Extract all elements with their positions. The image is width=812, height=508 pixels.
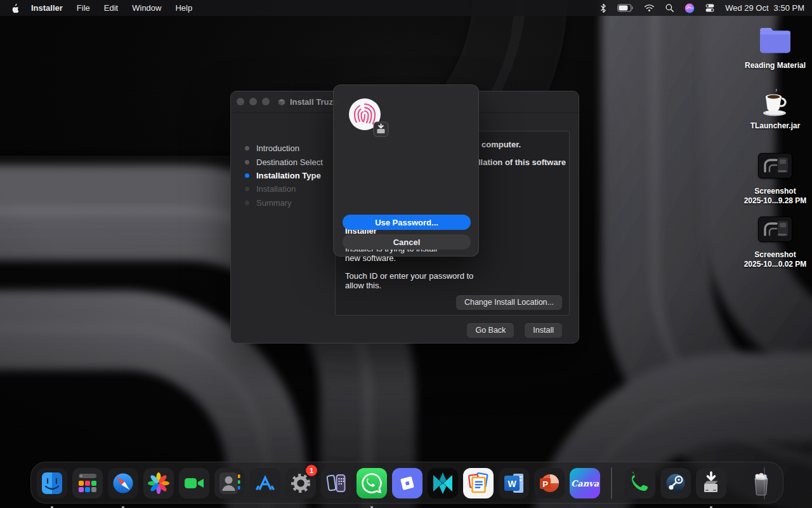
- menu-edit[interactable]: Edit: [97, 0, 125, 16]
- dock-divider: [611, 467, 612, 499]
- menu-clock[interactable]: Wed 29 Oct 3:50 PM: [725, 3, 804, 13]
- installer-app-icon: [696, 468, 726, 498]
- dock-item-iphone-mirroring[interactable]: [321, 468, 351, 498]
- svg-text:Canva: Canva: [571, 479, 599, 488]
- safari-icon: [108, 468, 138, 498]
- step-summary: Summary: [245, 196, 323, 210]
- dialog-prompt: Touch ID or enter your password to allow…: [345, 272, 473, 290]
- close-button[interactable]: [237, 98, 244, 105]
- dock-item-whatsapp[interactable]: [357, 468, 387, 498]
- dock-item-photos[interactable]: [143, 468, 174, 498]
- step-installation: Installation: [245, 182, 323, 196]
- minimize-button[interactable]: [249, 98, 257, 105]
- apple-logo-icon: [11, 3, 19, 13]
- powerpoint-icon: P: [534, 468, 565, 498]
- dock-item-system-settings[interactable]: 1: [285, 468, 316, 498]
- desktop-icon-screenshot-2[interactable]: Screenshot 2025-10...0.02 PM: [736, 217, 812, 269]
- menu-bar: Installer File Edit Window Help: [0, 0, 812, 16]
- svg-text:P: P: [542, 479, 548, 489]
- go-back-button[interactable]: Go Back: [467, 323, 514, 338]
- photos-icon: [143, 468, 174, 498]
- desktop-label-line1: Screenshot: [736, 187, 812, 196]
- coffee-cup-icon: [759, 89, 792, 117]
- dock-item-teal-star-app[interactable]: [428, 468, 458, 498]
- roblox-icon: [392, 468, 422, 498]
- menu-file[interactable]: File: [70, 0, 97, 16]
- trash-full-icon: [746, 468, 776, 498]
- dock-item-powerpoint[interactable]: P: [534, 468, 565, 498]
- touch-id-dialog: Installer Installer is trying to install…: [333, 84, 479, 257]
- desktop-icon-reading-material[interactable]: Reading Material: [736, 25, 812, 70]
- desktop-icon-tlauncher[interactable]: TLauncher.jar: [736, 89, 812, 131]
- launchpad-icon: [72, 468, 103, 498]
- screenshot-thumbnail: [758, 217, 792, 242]
- menu-app-name[interactable]: Installer: [24, 3, 70, 13]
- word-icon: W: [499, 468, 529, 498]
- step-destination-select: Destination Select: [245, 155, 323, 168]
- desktop-label-line2: 2025-10...9.28 PM: [736, 196, 812, 206]
- dock-item-phone[interactable]: [625, 468, 655, 498]
- dock-item-word[interactable]: W: [499, 468, 529, 498]
- cancel-button[interactable]: Cancel: [343, 234, 471, 250]
- whatsapp-icon: [357, 468, 387, 498]
- dock-item-roblox[interactable]: [392, 468, 422, 498]
- install-button[interactable]: Install: [525, 323, 562, 338]
- control-center-icon[interactable]: [705, 3, 715, 13]
- bluetooth-icon[interactable]: [599, 3, 607, 13]
- phone-icon: [625, 468, 655, 498]
- desktop-icon-screenshot-1[interactable]: Screenshot 2025-10...9.28 PM: [736, 153, 812, 206]
- dock-item-launchpad[interactable]: [72, 468, 103, 498]
- facetime-icon: [179, 468, 209, 498]
- clock-time: 3:50 PM: [774, 3, 804, 13]
- install-steps: Introduction Destination Select Installa…: [245, 142, 323, 210]
- finder-icon: [37, 468, 67, 498]
- content-text-fragment: computer.: [481, 140, 521, 149]
- change-install-location-button[interactable]: Change Install Location...: [456, 295, 562, 310]
- documents-icon: [463, 468, 494, 498]
- menu-help[interactable]: Help: [168, 0, 199, 16]
- dock-item-canva[interactable]: Canva: [570, 468, 600, 498]
- spotlight-icon[interactable]: [665, 3, 674, 13]
- menu-window[interactable]: Window: [125, 0, 168, 16]
- dock-item-trash[interactable]: [746, 468, 776, 498]
- window-footer: Go Back Install: [467, 323, 562, 338]
- step-dot: [245, 160, 249, 164]
- dock-item-installer-app[interactable]: [696, 468, 726, 498]
- dock-item-facetime[interactable]: [179, 468, 209, 498]
- package-icon: [277, 98, 286, 106]
- screenshot-thumbnail: [758, 153, 792, 178]
- dock-item-finder[interactable]: [37, 468, 67, 498]
- use-password-button[interactable]: Use Password...: [343, 215, 471, 230]
- steam-icon: [660, 468, 691, 498]
- folder-icon: [757, 25, 794, 55]
- step-dot: [245, 201, 249, 205]
- apple-menu[interactable]: [5, 3, 24, 13]
- dock-item-steam[interactable]: [660, 468, 691, 498]
- desktop-label: TLauncher.jar: [736, 121, 812, 131]
- step-introduction: Introduction: [245, 142, 323, 155]
- dock-item-safari[interactable]: [108, 468, 138, 498]
- desktop-screen: Installer File Edit Window Help: [0, 0, 812, 508]
- step-installation-type: Installation Type: [245, 169, 323, 182]
- clock-date: Wed 29 Oct: [725, 3, 768, 13]
- svg-text:W: W: [508, 479, 516, 489]
- battery-icon[interactable]: [617, 4, 634, 12]
- touch-id-fingerprint-icon: [348, 98, 395, 145]
- step-dot-active: [245, 173, 249, 178]
- step-dot: [245, 146, 249, 150]
- zoom-button[interactable]: [262, 98, 270, 105]
- teal-star-icon: [428, 468, 458, 498]
- wifi-icon[interactable]: [644, 4, 655, 12]
- dock-item-documents-app[interactable]: [463, 468, 494, 498]
- contacts-icon: [214, 468, 245, 498]
- dock-item-app-store[interactable]: [250, 468, 280, 498]
- siri-icon[interactable]: [684, 3, 695, 13]
- canva-icon: Canva: [570, 468, 600, 498]
- dock-item-contacts[interactable]: [214, 468, 245, 498]
- iphone-mirroring-icon: [321, 468, 351, 498]
- dock: 1: [30, 462, 783, 504]
- content-text-fragment: llation of this software: [478, 157, 566, 167]
- notification-badge: 1: [306, 465, 317, 476]
- step-dot: [245, 187, 249, 191]
- desktop-label-line2: 2025-10...0.02 PM: [736, 260, 812, 269]
